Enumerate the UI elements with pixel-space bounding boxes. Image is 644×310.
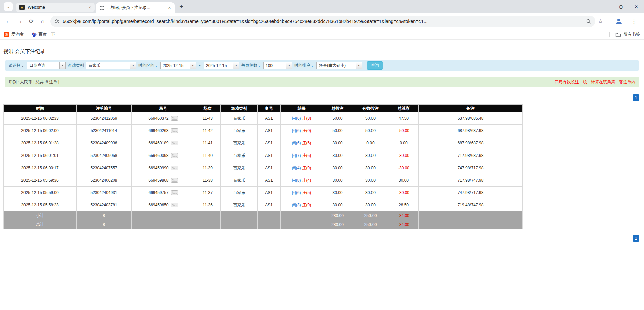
result-player: 闲(6) [292, 190, 301, 195]
url-text[interactable]: 66cxkj98.com/ipl/portal.php/game/betreco… [63, 19, 583, 24]
chevron-down-icon[interactable]: ▼ [233, 62, 239, 69]
tab-title: :::视讯, 会员下注纪录::: [107, 5, 164, 11]
cell-total-bet[interactable]: 30.00 [323, 187, 352, 199]
result-player: 闲(8) [292, 178, 301, 183]
column-header: 有效投注 [352, 105, 389, 112]
per-page-select[interactable]: 100 ▼ [263, 62, 292, 69]
back-button[interactable]: ← [3, 16, 14, 27]
zoom-icon[interactable] [586, 19, 591, 24]
round-number: 669460098 [148, 153, 168, 158]
cell-total-bet[interactable]: 50.00 [323, 112, 352, 125]
cell-total-bet[interactable]: 30.00 [323, 137, 352, 149]
round-number: 669459650 [148, 203, 168, 207]
cell-note: 687.98/637.98 [419, 125, 523, 137]
tab-close-icon[interactable]: ✕ [167, 5, 172, 11]
tab-close-icon[interactable]: ✕ [87, 5, 93, 10]
chevron-down-icon[interactable]: ▼ [190, 62, 196, 69]
chevron-down-icon[interactable]: ▼ [130, 62, 136, 69]
reload-button[interactable]: ⟳ [26, 16, 37, 27]
round-result-icon[interactable] [171, 116, 178, 121]
game-type-value[interactable]: 百家乐 [86, 62, 130, 69]
cell-total-bet[interactable]: 30.00 [323, 199, 352, 211]
close-button[interactable]: ✕ [629, 0, 644, 13]
cell-time: 2025-12-15 06:01:28 [4, 137, 77, 149]
cell-bet-id: 523042412059 [77, 112, 132, 125]
column-header: 时间 [4, 105, 77, 112]
bookmark-star-icon[interactable]: ☆ [598, 18, 603, 25]
cell-total-bet[interactable]: 30.00 [323, 174, 352, 187]
cell-time: 2025-12-15 05:59:00 [4, 187, 77, 199]
tab-betrecord[interactable]: :::视讯, 会员下注纪录::: ✕ [96, 2, 175, 13]
round-result-icon[interactable] [171, 153, 178, 158]
sort-select[interactable]: 降幂(由大到小) ▼ [316, 62, 362, 69]
browser-menu-icon[interactable]: ⋮ [629, 18, 639, 25]
round-result-icon[interactable] [171, 166, 178, 170]
page-number-button[interactable]: 1 [633, 235, 639, 242]
bookmark-baidu[interactable]: 百度一下 [32, 32, 55, 37]
all-bookmarks[interactable]: 所有书签 [609, 32, 640, 37]
cell-bet-id: 523042409936 [77, 137, 132, 149]
result-banker: 庄(0) [302, 128, 311, 133]
total-row: 总计8280.00250.00-34.00 [4, 220, 523, 229]
cell-result: 闲(7)庄(6) [281, 149, 323, 162]
column-header: 备注 [419, 105, 523, 112]
total-cell: -34.00 [389, 220, 419, 229]
table-row: 2025-12-15 06:00:17 523042407557 6694599… [4, 162, 523, 174]
round-number: 669459757 [148, 190, 168, 195]
tab-search-button[interactable]: ⌄ [4, 2, 13, 11]
summary-info-bar: 币别 : 人民币 | 总共 :8 注单 | 同局有效投注，统一计算在该局第一张注… [5, 77, 639, 87]
cell-valid-bet: 30.00 [352, 187, 389, 199]
total-cell [221, 220, 258, 229]
cell-bet-id: 523042403781 [77, 199, 132, 211]
round-number: 669460263 [148, 128, 168, 133]
per-page-value[interactable]: 100 [264, 62, 286, 69]
browser-window: ⌄ Welcome ✕ :::视讯, 会员下注纪录::: ✕ + ─ ▢ ✕ ←… [0, 0, 644, 40]
round-result-icon[interactable] [171, 128, 178, 133]
cell-game-type: 百家乐 [221, 187, 258, 199]
date-from-value[interactable]: 2025-12-15 [161, 62, 190, 69]
welcome-favicon [19, 5, 25, 10]
date-to-value[interactable]: 2025-12-15 [204, 62, 233, 69]
tab-welcome[interactable]: Welcome ✕ [16, 3, 95, 12]
divider [609, 32, 610, 37]
subtotal-cell [419, 211, 523, 220]
cell-total-bet[interactable]: 30.00 [323, 149, 352, 162]
site-info-icon[interactable] [54, 19, 60, 24]
total-cell: 总计 [4, 220, 77, 229]
chevron-down-icon[interactable]: ▼ [286, 62, 292, 69]
profile-avatar[interactable] [614, 17, 623, 26]
date-from-select[interactable]: 2025-12-15 ▼ [160, 62, 196, 69]
round-result-icon[interactable] [171, 178, 178, 183]
round-result-icon[interactable] [171, 141, 178, 145]
query-type-select[interactable]: 日期查询 ▼ [27, 62, 66, 69]
forward-button[interactable]: → [14, 16, 26, 27]
maximize-button[interactable]: ▢ [613, 0, 629, 13]
cell-total-bet[interactable]: 30.00 [323, 162, 352, 174]
query-type-value[interactable]: 日期查询 [27, 62, 59, 69]
round-result-icon[interactable] [171, 190, 178, 195]
per-page-label: 每页笔数： [241, 63, 261, 68]
cell-result: 闲(6)庄(8) [281, 112, 323, 125]
round-result-icon[interactable] [171, 203, 178, 207]
sort-value[interactable]: 降幂(由大到小) [317, 62, 356, 69]
date-to-select[interactable]: 2025-12-15 ▼ [204, 62, 239, 69]
bookmark-aitaobao[interactable]: 淘 爱淘宝 [4, 32, 24, 37]
subtotal-cell: -34.00 [389, 211, 419, 220]
page-number-button[interactable]: 1 [633, 94, 639, 101]
chevron-down-icon[interactable]: ▼ [59, 62, 65, 69]
cell-note: 719.48/747.98 [419, 199, 523, 211]
new-tab-button[interactable]: + [177, 2, 186, 11]
search-button[interactable]: 查询 [367, 61, 383, 70]
pagination-bottom: 1 [3, 235, 639, 242]
chevron-down-icon[interactable]: ▼ [356, 62, 362, 69]
cell-bet-id: 523042406208 [77, 174, 132, 187]
game-type-select[interactable]: 百家乐 ▼ [86, 62, 136, 69]
cell-total-bet[interactable]: 50.00 [323, 125, 352, 137]
cell-session: 11-39 [195, 162, 221, 174]
home-button[interactable]: ⌂ [37, 16, 48, 27]
table-row: 2025-12-15 06:02:33 523042412059 6694603… [4, 112, 523, 125]
url-bar[interactable]: 66cxkj98.com/ipl/portal.php/game/betreco… [50, 16, 595, 27]
total-cell: 8 [77, 220, 132, 229]
minimize-button[interactable]: ─ [598, 0, 613, 13]
cell-payout: -30.00 [389, 162, 419, 174]
